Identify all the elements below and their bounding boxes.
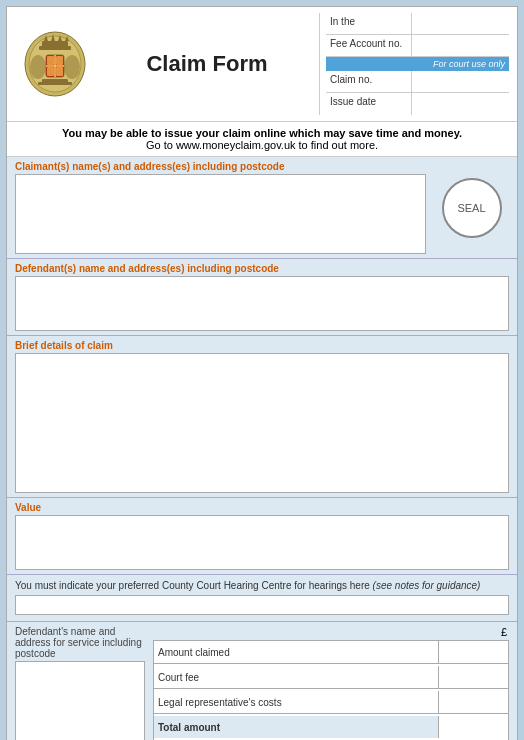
in-the-row: In the — [326, 13, 509, 35]
fee-account-row: Fee Account no. — [326, 35, 509, 57]
title-area: Claim Form — [95, 51, 319, 77]
in-the-input[interactable] — [411, 13, 509, 34]
court-fee-label: Court fee — [154, 669, 438, 686]
form-container: Claim Form In the Fee Account no. For co… — [6, 6, 518, 740]
brief-details-section: Brief details of claim — [7, 336, 517, 498]
amount-claimed-label: Amount claimed — [154, 644, 438, 661]
in-the-label: In the — [326, 13, 411, 34]
hearing-section: You must indicate your preferred County … — [7, 575, 517, 622]
svg-point-15 — [30, 55, 46, 79]
notice-line1: You may be able to issue your claim onli… — [62, 127, 462, 139]
hearing-guidance: (see notes for guidance) — [373, 580, 481, 591]
fee-account-label: Fee Account no. — [326, 35, 411, 56]
seal-area: SEAL — [434, 161, 509, 254]
amounts-table: Amount claimed Court fee Legal represent… — [153, 640, 509, 740]
court-info-panel: In the Fee Account no. For court use onl… — [319, 13, 509, 115]
header: Claim Form In the Fee Account no. For co… — [7, 7, 517, 122]
total-input[interactable] — [438, 716, 508, 738]
svg-rect-3 — [39, 46, 71, 50]
defendant-address-box: Defendant's name and address for service… — [15, 626, 145, 740]
claimant-input[interactable] — [15, 174, 426, 254]
issue-date-row: Issue date — [326, 93, 509, 115]
svg-rect-18 — [38, 82, 72, 85]
coat-of-arms-icon — [20, 29, 90, 99]
brief-details-label: Brief details of claim — [15, 340, 509, 351]
value-section: Value — [7, 498, 517, 575]
page: Claim Form In the Fee Account no. For co… — [0, 0, 524, 740]
svg-rect-13 — [47, 67, 54, 76]
value-input[interactable] — [15, 515, 509, 570]
legal-rep-label: Legal representative's costs — [154, 694, 438, 711]
brief-details-input[interactable] — [15, 353, 509, 493]
hearing-input[interactable] — [15, 595, 509, 615]
pound-symbol: £ — [153, 626, 509, 638]
logo-area — [15, 29, 95, 99]
svg-point-16 — [64, 55, 80, 79]
court-fee-input[interactable] — [438, 666, 508, 688]
claimant-left: Claimant(s) name(s) and address(es) incl… — [15, 161, 426, 254]
fee-account-input[interactable] — [411, 35, 509, 56]
amount-claimed-row: Amount claimed — [154, 641, 508, 664]
defendant-address-label: Defendant's name and address for service… — [15, 626, 145, 659]
svg-rect-12 — [56, 56, 63, 65]
seal-label: SEAL — [457, 202, 485, 214]
claim-no-input[interactable] — [411, 71, 509, 92]
value-label: Value — [15, 502, 509, 513]
claim-no-label: Claim no. — [326, 71, 411, 92]
hearing-text: You must indicate your preferred County … — [15, 580, 370, 591]
total-row: Total amount — [154, 716, 508, 738]
issue-date-label: Issue date — [326, 93, 411, 115]
legal-rep-row: Legal representative's costs — [154, 691, 508, 714]
notice-line2: Go to www.moneyclaim.gov.uk to find out … — [146, 139, 378, 151]
defendant-address-input[interactable] — [15, 661, 145, 740]
court-fee-row: Court fee — [154, 666, 508, 689]
claimant-label: Claimant(s) name(s) and address(es) incl… — [15, 161, 426, 172]
bottom-section: Defendant's name and address for service… — [7, 622, 517, 740]
page-title: Claim Form — [95, 51, 319, 77]
notice-bar: You may be able to issue your claim onli… — [7, 122, 517, 157]
for-court-use-label: For court use only — [326, 57, 509, 71]
seal-circle: SEAL — [442, 178, 502, 238]
defendant-label: Defendant(s) name and address(es) includ… — [15, 263, 509, 274]
legal-rep-input[interactable] — [438, 691, 508, 713]
defendant-input[interactable] — [15, 276, 509, 331]
amounts-section: £ Amount claimed Court fee Legal represe… — [153, 626, 509, 740]
claimant-section: Claimant(s) name(s) and address(es) incl… — [7, 157, 517, 259]
claim-no-row: Claim no. — [326, 71, 509, 93]
amount-claimed-input[interactable] — [438, 641, 508, 663]
total-label: Total amount — [154, 719, 438, 736]
defendant-section: Defendant(s) name and address(es) includ… — [7, 259, 517, 336]
svg-rect-11 — [47, 56, 54, 65]
svg-rect-14 — [56, 67, 63, 76]
issue-date-input[interactable] — [411, 93, 509, 115]
